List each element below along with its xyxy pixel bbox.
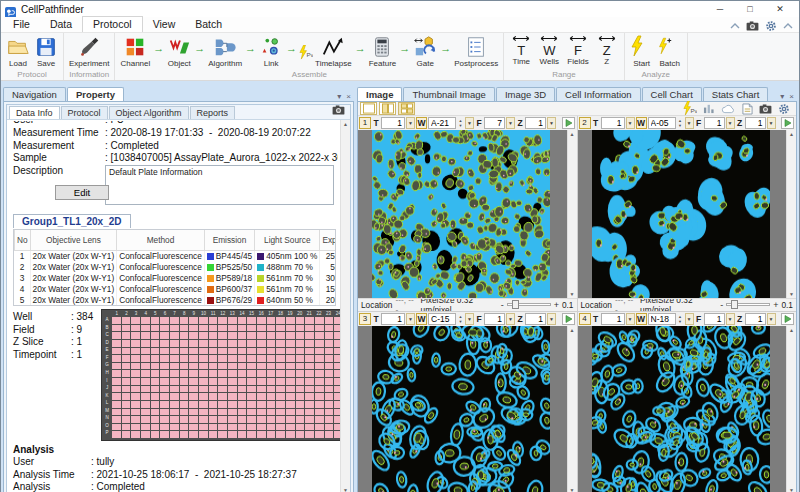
dropdown-arrow-icon[interactable]: ▼ [465, 313, 474, 325]
dropdown-arrow-icon[interactable]: ▼ [685, 313, 694, 325]
plate-well[interactable] [334, 370, 340, 377]
plate-well[interactable] [209, 393, 218, 400]
z-value-input[interactable] [745, 313, 766, 325]
plate-well[interactable] [131, 416, 140, 423]
plate-well[interactable] [199, 317, 208, 324]
plate-well[interactable] [170, 431, 179, 438]
plate-well[interactable] [247, 355, 256, 362]
plate-well[interactable] [218, 332, 227, 339]
viewport-scrollbar[interactable]: ▲▼ [567, 326, 577, 492]
plate-well[interactable] [218, 424, 227, 431]
plate-well[interactable] [315, 393, 324, 400]
link-button[interactable]: Link [257, 35, 285, 68]
plate-well[interactable] [189, 340, 198, 347]
plate-well[interactable] [151, 393, 160, 400]
plate-well[interactable] [325, 386, 334, 393]
plate-well[interactable] [315, 325, 324, 332]
plate-well[interactable] [334, 431, 340, 438]
plate-well[interactable] [151, 378, 160, 385]
table-row[interactable]: 120x Water (20x W-Y1)ConfocalFluorescenc… [15, 250, 337, 261]
plate-well[interactable] [315, 416, 324, 423]
plate-well[interactable] [189, 363, 198, 370]
maximize-button[interactable]: □ [735, 4, 765, 14]
plate-well[interactable] [334, 424, 340, 431]
tab-object-algorithm[interactable]: Object Algorithm [109, 106, 189, 119]
plate-well[interactable] [122, 325, 131, 332]
plate-well[interactable] [247, 332, 256, 339]
plate-well[interactable] [112, 393, 121, 400]
plate-well[interactable] [170, 378, 179, 385]
plate-well[interactable] [267, 401, 276, 408]
plate-well[interactable] [131, 370, 140, 377]
gate-button[interactable]: Gate [411, 35, 439, 68]
plate-well[interactable] [247, 340, 256, 347]
plate-well[interactable] [151, 431, 160, 438]
plate-well[interactable] [257, 416, 266, 423]
scroll-down-icon[interactable]: ▼ [789, 487, 794, 492]
plate-well[interactable] [305, 409, 314, 416]
plate-well[interactable] [160, 401, 169, 408]
dual-pane-button[interactable] [379, 102, 396, 115]
plate-well[interactable] [199, 370, 208, 377]
plate-well[interactable] [276, 416, 285, 423]
dropdown-arrow-icon[interactable]: ▼ [726, 117, 735, 129]
plate-well[interactable] [257, 332, 266, 339]
plate-well[interactable] [170, 363, 179, 370]
plate-well[interactable] [325, 370, 334, 377]
plate-well[interactable] [170, 424, 179, 431]
menu-tab-protocol[interactable]: Protocol [82, 16, 143, 32]
plate-well[interactable] [325, 332, 334, 339]
plate-well[interactable] [228, 370, 237, 377]
plate-well[interactable] [218, 370, 227, 377]
table-row[interactable]: 220x Water (20x W-Y1)ConfocalFluorescenc… [15, 261, 337, 272]
plate-well[interactable] [296, 416, 305, 423]
plate-well[interactable] [315, 370, 324, 377]
plate-well[interactable] [325, 325, 334, 332]
plate-well[interactable] [209, 348, 218, 355]
plate-well[interactable] [218, 386, 227, 393]
plate-well[interactable] [267, 355, 276, 362]
plate-well[interactable] [141, 325, 150, 332]
panel-close-icon[interactable]: × [346, 92, 351, 101]
plate-well[interactable] [296, 424, 305, 431]
z-value-input[interactable] [525, 117, 546, 129]
zoom-slider[interactable] [507, 303, 551, 306]
plate-well[interactable] [286, 393, 295, 400]
plate-well[interactable] [122, 340, 131, 347]
plate-well[interactable] [189, 401, 198, 408]
plate-well[interactable] [170, 332, 179, 339]
plate-well[interactable] [141, 386, 150, 393]
well-spinner[interactable]: ▲▼ [677, 117, 684, 129]
plate-well[interactable] [218, 431, 227, 438]
note-icon[interactable] [742, 103, 753, 115]
plate-well[interactable] [189, 348, 198, 355]
scroll-down-icon[interactable]: ▼ [789, 291, 794, 297]
scroll-up-icon[interactable]: ▲ [570, 131, 575, 137]
scroll-down-icon[interactable]: ▼ [570, 291, 575, 297]
plate-well[interactable] [228, 378, 237, 385]
plate-well[interactable] [296, 409, 305, 416]
plate-well[interactable] [276, 363, 285, 370]
menu-tab-batch[interactable]: Batch [185, 17, 232, 32]
plate-well[interactable] [199, 393, 208, 400]
plate-well[interactable] [180, 409, 189, 416]
plate-well[interactable] [257, 386, 266, 393]
plate-well[interactable] [238, 424, 247, 431]
plate-well[interactable] [296, 363, 305, 370]
plate-well[interactable] [141, 355, 150, 362]
w-value-input[interactable] [428, 117, 456, 129]
plate-well[interactable] [247, 348, 256, 355]
plate-well[interactable] [218, 409, 227, 416]
plate-well[interactable] [112, 355, 121, 362]
plate-well[interactable] [112, 317, 121, 324]
plate-well[interactable] [180, 424, 189, 431]
plate-well[interactable] [151, 401, 160, 408]
plate-well[interactable] [209, 317, 218, 324]
plate-well[interactable] [170, 401, 179, 408]
plate-well[interactable] [112, 348, 121, 355]
plate-well[interactable] [238, 386, 247, 393]
plate-well[interactable] [276, 386, 285, 393]
plate-well[interactable] [296, 348, 305, 355]
time-range-button[interactable]: TTime [507, 35, 535, 66]
load-button[interactable]: Load [4, 35, 32, 68]
